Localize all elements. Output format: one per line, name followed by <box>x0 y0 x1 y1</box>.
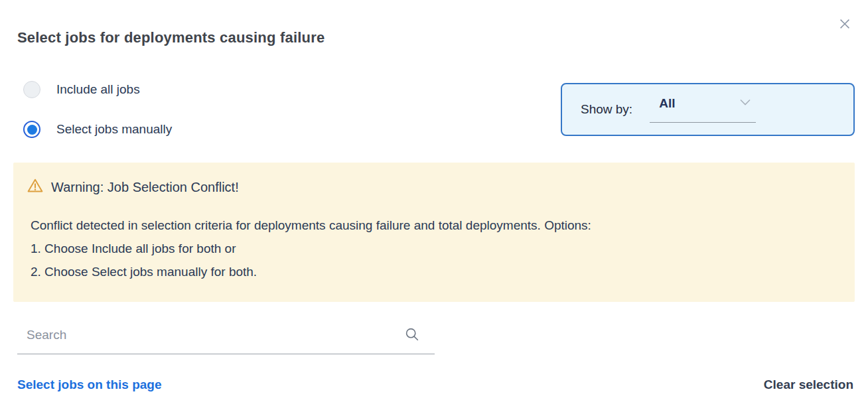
show-by-value: All <box>650 96 675 111</box>
show-by-label: Show by: <box>581 102 632 117</box>
search-input[interactable] <box>17 324 396 342</box>
close-button[interactable] <box>835 15 855 35</box>
radio-unselected-icon[interactable] <box>23 81 40 98</box>
show-by-panel: Show by: All <box>561 83 855 136</box>
warning-option-2: 2. Choose Select jobs manually for both. <box>31 260 837 283</box>
show-by-dropdown[interactable]: All <box>650 94 756 123</box>
warning-banner: Warning: Job Selection Conflict! Conflic… <box>13 163 855 302</box>
clear-selection-button[interactable]: Clear selection <box>764 378 853 392</box>
chevron-down-icon <box>737 94 753 113</box>
select-jobs-modal: Select jobs for deployments causing fail… <box>0 0 868 418</box>
select-jobs-on-page-link[interactable]: Select jobs on this page <box>17 378 162 392</box>
page-title: Select jobs for deployments causing fail… <box>17 29 325 46</box>
warning-description: Conflict detected in selection criteria … <box>31 214 837 237</box>
search-field <box>17 324 435 354</box>
radio-label: Select jobs manually <box>56 122 172 137</box>
warning-option-1: 1. Choose Include all jobs for both or <box>31 237 837 260</box>
warning-triangle-icon <box>27 177 44 197</box>
search-icon <box>404 326 420 345</box>
radio-selected-icon[interactable] <box>23 121 40 138</box>
warning-title: Warning: Job Selection Conflict! <box>51 180 239 195</box>
radio-option-select-jobs-manually[interactable]: Select jobs manually <box>23 120 172 139</box>
close-icon <box>837 17 852 33</box>
radio-option-include-all-jobs[interactable]: Include all jobs <box>23 80 140 99</box>
radio-label: Include all jobs <box>56 82 140 97</box>
radio-dot <box>27 125 37 135</box>
